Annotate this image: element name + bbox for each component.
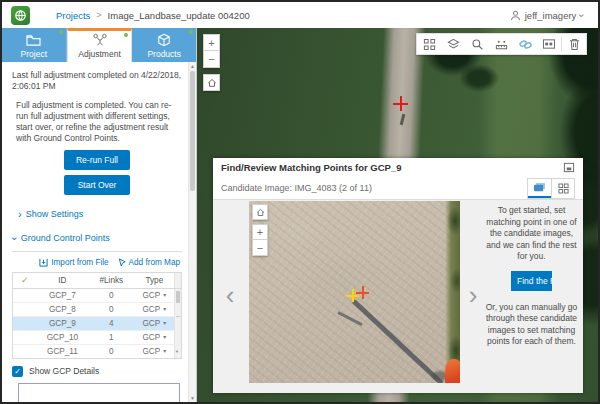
left-panel: Project Adjustment Products ▲ ▼ xyxy=(2,28,197,402)
zoom-out-button[interactable]: − xyxy=(203,51,220,68)
drone-icon xyxy=(92,33,108,47)
scroll-up-arrow[interactable]: ▲ xyxy=(189,62,196,70)
cell-links: 0 xyxy=(88,304,134,315)
adjustment-description: Full adjustment is completed. You can re… xyxy=(12,100,182,144)
candidate-image[interactable]: + − xyxy=(249,201,460,383)
import-from-file-link[interactable]: Import from File xyxy=(39,257,108,268)
col-header-id: ID xyxy=(37,275,88,286)
next-candidate-button[interactable]: › xyxy=(463,278,483,312)
match-panel-subheader: Candidate Image: IMG_4083 (2 of 11) xyxy=(213,177,583,199)
table-scrollbar[interactable] xyxy=(174,273,181,288)
find-button-clip: Find the Rest xyxy=(511,271,552,291)
grid-view-button[interactable] xyxy=(551,179,574,198)
cell-id: GCP_9 xyxy=(37,318,88,329)
match-panel-header: Find/Review Matching Points for GCP_9 xyxy=(213,158,583,177)
tab-project-label: Project xyxy=(21,49,47,59)
pole-shadow xyxy=(351,299,444,383)
rerun-full-button[interactable]: Re-run Full xyxy=(64,150,130,170)
adjustment-status-dot xyxy=(124,33,128,37)
tab-products[interactable]: Products xyxy=(132,28,196,62)
start-over-button[interactable]: Start Over xyxy=(64,175,130,195)
image-zoom-out-button[interactable]: − xyxy=(252,240,268,256)
type-dropdown-caret[interactable]: ▾ xyxy=(163,318,166,329)
table-row-gcp10[interactable]: GCP_10 1 GCP▾ xyxy=(13,331,181,345)
tab-adjustment[interactable]: Adjustment xyxy=(67,28,133,62)
image-home-control xyxy=(252,204,268,220)
table-row-gcp7[interactable]: GCP_7 0 GCP▾ xyxy=(13,289,181,303)
col-header-type: Type xyxy=(135,275,175,286)
type-dropdown-caret[interactable]: ▾ xyxy=(163,290,166,301)
show-gcp-details-row: ✓ Show GCP Details xyxy=(12,366,182,377)
image-zoom-in-button[interactable]: + xyxy=(252,224,268,240)
top-bar: Projects > Image_Landbase_update 004200 … xyxy=(2,2,598,29)
cell-type: GCP xyxy=(142,304,160,315)
show-gcp-details-label: Show GCP Details xyxy=(29,366,99,377)
show-settings-toggle[interactable]: › Show Settings xyxy=(12,209,182,220)
table-scroll-down[interactable]: ▼ xyxy=(175,349,179,354)
single-image-view-button[interactable] xyxy=(528,179,551,198)
map-view[interactable]: + − xyxy=(197,28,598,402)
instructions-column: To get started, set matching point in on… xyxy=(485,205,578,348)
gcp-table-header: ✓ ID #Links Type xyxy=(13,273,181,289)
user-name: jeff_imagery xyxy=(525,10,577,21)
compare-images-tool[interactable] xyxy=(537,34,561,54)
tab-project[interactable]: Project xyxy=(2,28,67,62)
home-icon xyxy=(207,78,217,88)
add-from-map-link[interactable]: Add from Map xyxy=(118,257,180,268)
folder-icon xyxy=(26,34,41,47)
products-status-dot xyxy=(189,30,193,34)
type-dropdown-caret[interactable]: ▾ xyxy=(163,346,166,357)
cell-id: GCP_10 xyxy=(37,332,88,343)
cell-links: 0 xyxy=(88,346,134,357)
breadcrumb: Projects > Image_Landbase_update 004200 xyxy=(56,10,250,21)
home-extent-button[interactable] xyxy=(203,74,220,91)
gcp-estimate-marker xyxy=(356,286,369,299)
find-the-rest-button[interactable]: Find the Rest xyxy=(511,271,552,291)
scroll-down-arrow[interactable]: ▼ xyxy=(189,394,196,402)
zoom-in-button[interactable]: + xyxy=(203,34,220,51)
select-all-check-icon[interactable]: ✓ xyxy=(13,275,37,286)
cell-type: GCP xyxy=(142,332,160,343)
main-content: Project Adjustment Products ▲ ▼ xyxy=(2,28,598,402)
map-cursor-icon xyxy=(118,258,126,267)
scrollbar-thumb[interactable] xyxy=(190,71,195,191)
tab-strip: Project Adjustment Products xyxy=(2,28,196,62)
show-settings-label: Show Settings xyxy=(26,209,84,220)
layers-tool[interactable] xyxy=(441,34,465,54)
table-row-gcp8[interactable]: GCP_8 0 GCP▾ xyxy=(13,303,181,317)
compare-icon xyxy=(542,38,556,50)
table-row-gcp11[interactable]: GCP_11 0 GCP▾ ▼ xyxy=(13,345,181,358)
open-preview-window-button[interactable] xyxy=(563,162,575,173)
type-dropdown-caret[interactable]: ▾ xyxy=(163,332,166,343)
delete-tool[interactable] xyxy=(562,34,586,54)
left-panel-scrollbar[interactable]: ▲ ▼ xyxy=(188,62,196,402)
adjustment-panel-body: Last full adjustment completed on 4/22/2… xyxy=(2,62,196,402)
filmstrip-view-icon xyxy=(533,182,546,193)
thumbnail-grid-tool[interactable] xyxy=(417,34,441,54)
import-from-file-label: Import from File xyxy=(51,257,108,268)
tab-products-label: Products xyxy=(147,49,181,59)
instruction-start-text: To get started, set matching point in on… xyxy=(485,205,578,263)
gcp-section-toggle[interactable]: › Ground Control Points xyxy=(12,233,182,244)
measure-tool[interactable] xyxy=(489,34,513,54)
user-icon xyxy=(510,10,521,21)
chevron-down-icon: › xyxy=(9,237,20,241)
breadcrumb-separator: > xyxy=(96,10,101,20)
col-header-links: #Links xyxy=(88,275,134,286)
gcp-section-label: Ground Control Points xyxy=(21,233,110,244)
table-row-gcp9-selected[interactable]: GCP_9 4 GCP▾ xyxy=(13,317,181,331)
show-gcp-details-checkbox[interactable]: ✓ xyxy=(12,366,23,377)
breadcrumb-projects-link[interactable]: Projects xyxy=(56,10,90,21)
link-points-tool-active[interactable] xyxy=(513,34,537,54)
popout-window-icon xyxy=(563,162,575,173)
previous-candidate-button[interactable]: ‹ xyxy=(220,278,240,312)
type-dropdown-caret[interactable]: ▾ xyxy=(163,304,166,315)
image-home-button[interactable] xyxy=(252,204,268,220)
cell-type: GCP xyxy=(142,290,160,301)
cell-id: GCP_7 xyxy=(37,290,88,301)
matching-points-panel: Find/Review Matching Points for GCP_9 Ca… xyxy=(213,158,583,393)
user-menu[interactable]: jeff_imagery › xyxy=(510,10,584,21)
view-toggle-group xyxy=(527,178,575,199)
search-tool[interactable] xyxy=(465,34,489,54)
home-icon xyxy=(256,208,265,217)
